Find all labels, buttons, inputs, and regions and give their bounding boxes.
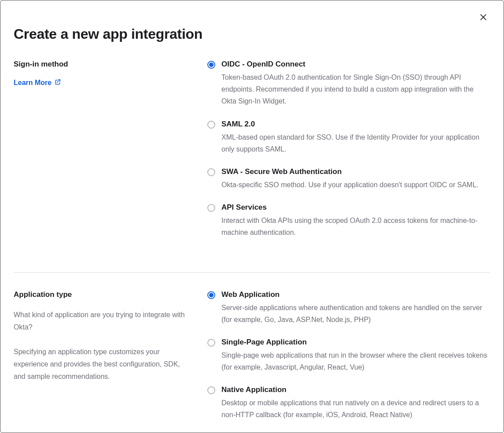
signin-option-saml[interactable]: SAML 2.0 XML-based open standard for SSO…	[207, 120, 490, 155]
signin-option-desc: Token-based OAuth 2.0 authentication for…	[221, 71, 490, 107]
signin-option-oidc[interactable]: OIDC - OpenID Connect Token-based OAuth …	[207, 60, 490, 107]
external-link-icon	[54, 78, 61, 87]
apptype-help-2: Specifying an application type customize…	[14, 346, 190, 383]
apptype-option-desc: Single-page web applications that run in…	[221, 349, 490, 373]
close-button[interactable]	[479, 13, 489, 23]
apptype-option-native[interactable]: Native Application Desktop or mobile app…	[207, 385, 490, 421]
radio-icon	[207, 204, 215, 212]
apptype-option-desc: Desktop or mobile applications that run …	[221, 397, 490, 421]
modal-title: Create a new app integration	[14, 26, 490, 42]
apptype-option-title: Native Application	[221, 385, 490, 394]
radio-icon	[207, 168, 215, 176]
radio-icon	[207, 121, 215, 129]
learn-more-label: Learn More	[14, 79, 52, 87]
apptype-option-web[interactable]: Web Application Server-side applications…	[207, 290, 490, 326]
signin-option-desc: Interact with Okta APIs using the scoped…	[221, 215, 490, 238]
signin-option-title: SWA - Secure Web Authentication	[221, 167, 490, 176]
signin-option-title: OIDC - OpenID Connect	[221, 60, 490, 69]
apptype-option-spa[interactable]: Single-Page Application Single-page web …	[207, 338, 490, 373]
radio-icon	[207, 61, 215, 69]
signin-method-heading: Sign-in method	[14, 60, 190, 69]
apptype-option-desc: Server-side applications where authentic…	[221, 302, 490, 326]
radio-icon	[207, 339, 215, 347]
create-app-integration-modal: Create a new app integration Sign-in met…	[0, 0, 504, 433]
close-icon	[479, 15, 488, 23]
signin-method-section: Sign-in method Learn More OIDC - OpenID …	[14, 60, 490, 269]
section-divider	[14, 272, 490, 273]
apptype-heading: Application type	[14, 290, 190, 299]
signin-option-swa[interactable]: SWA - Secure Web Authentication Okta-spe…	[207, 167, 490, 191]
signin-option-desc: Okta-specific SSO method. Use if your ap…	[221, 179, 490, 191]
apptype-option-title: Single-Page Application	[221, 338, 490, 347]
signin-option-api-services[interactable]: API Services Interact with Okta APIs usi…	[207, 203, 490, 238]
learn-more-link[interactable]: Learn More	[14, 78, 61, 87]
application-type-section: Application type What kind of applicatio…	[14, 290, 490, 433]
radio-icon	[207, 291, 215, 299]
radio-icon	[207, 386, 215, 394]
apptype-help-1: What kind of application are you trying …	[14, 309, 190, 333]
apptype-option-title: Web Application	[221, 290, 490, 299]
signin-option-title: API Services	[221, 203, 490, 212]
signin-option-desc: XML-based open standard for SSO. Use if …	[221, 131, 490, 155]
signin-options: OIDC - OpenID Connect Token-based OAuth …	[207, 60, 490, 251]
signin-option-title: SAML 2.0	[221, 120, 490, 129]
apptype-options: Web Application Server-side applications…	[207, 290, 490, 433]
